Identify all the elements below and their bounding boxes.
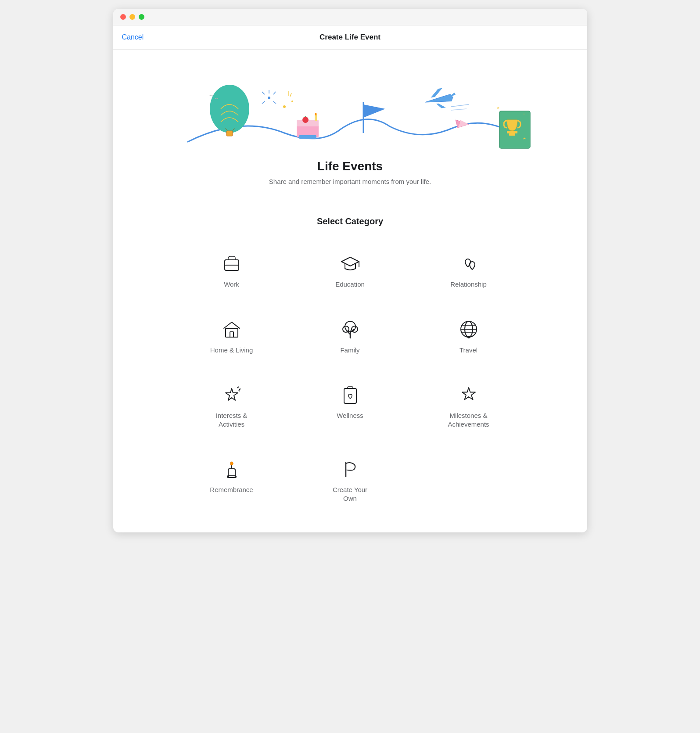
svg-rect-24: [507, 131, 517, 133]
category-relationship[interactable]: Relationship: [412, 240, 526, 301]
category-relationship-label: Relationship: [450, 280, 487, 289]
header-bar: Cancel Create Life Event: [113, 25, 587, 50]
svg-point-17: [302, 117, 309, 123]
svg-rect-1: [226, 131, 233, 136]
category-education-label: Education: [335, 280, 365, 289]
svg-line-48: [239, 390, 240, 391]
category-milestones[interactable]: Milestones & Achievements: [412, 371, 526, 441]
svg-line-7: [273, 101, 276, 104]
svg-marker-45: [226, 388, 238, 400]
titlebar: [113, 9, 587, 25]
category-travel[interactable]: Travel: [412, 305, 526, 367]
app-window: Cancel Create Life Event: [113, 9, 587, 532]
traffic-lights: [120, 14, 144, 20]
select-title: Select Category: [131, 216, 570, 226]
category-grid: Work Education: [175, 240, 526, 515]
hero-subtitle: Share and remember important moments fro…: [131, 178, 570, 185]
minimize-button[interactable]: [129, 14, 135, 20]
svg-line-21: [451, 104, 469, 107]
flag-icon: [339, 457, 362, 480]
hero-illustration: [131, 63, 570, 151]
house-icon: [220, 318, 243, 341]
hero-title: Life Events: [131, 159, 570, 173]
svg-point-4: [268, 97, 270, 99]
category-home-living[interactable]: Home & Living: [175, 305, 289, 367]
select-section: Select Category Work: [113, 203, 587, 532]
svg-point-19: [315, 113, 316, 115]
category-create-own[interactable]: Create Your Own: [293, 445, 407, 515]
svg-rect-16: [299, 135, 316, 139]
svg-line-13: [290, 93, 291, 97]
svg-marker-28: [341, 257, 359, 266]
category-interests[interactable]: Interests & Activities: [175, 371, 289, 441]
page-title: Create Life Event: [319, 33, 381, 42]
svg-line-9: [262, 92, 265, 94]
category-wellness[interactable]: Wellness: [293, 371, 407, 441]
svg-rect-18: [315, 115, 317, 121]
svg-line-22: [451, 109, 467, 110]
category-remembrance[interactable]: Remembrance: [175, 445, 289, 515]
briefcase-icon: [220, 252, 243, 275]
svg-point-11: [291, 101, 293, 102]
svg-line-8: [262, 101, 265, 104]
category-education[interactable]: Education: [293, 240, 407, 301]
category-remembrance-label: Remembrance: [210, 485, 253, 494]
svg-point-10: [283, 105, 286, 108]
svg-line-6: [273, 92, 276, 94]
category-create-own-label: Create Your Own: [333, 485, 367, 503]
svg-marker-52: [462, 388, 475, 400]
cancel-button[interactable]: Cancel: [122, 32, 144, 43]
star-sparkle-icon: [220, 383, 243, 406]
svg-point-0: [210, 85, 249, 133]
svg-point-49: [237, 387, 238, 388]
candle-icon: [220, 457, 243, 480]
category-family-label: Family: [340, 346, 359, 355]
category-work-label: Work: [224, 280, 239, 289]
tree-icon: [339, 318, 362, 341]
close-button[interactable]: [120, 14, 126, 20]
hero-section: Life Events Share and remember important…: [113, 50, 587, 203]
category-home-living-label: Home & Living: [210, 346, 253, 355]
graduation-icon: [339, 252, 362, 275]
svg-point-44: [467, 336, 470, 338]
svg-point-56: [230, 462, 233, 465]
star-icon: [457, 383, 480, 406]
svg-rect-51: [344, 388, 356, 403]
globe-icon: [457, 318, 480, 341]
category-family[interactable]: Family: [293, 305, 407, 367]
hearts-icon: [457, 252, 480, 275]
svg-point-50: [239, 389, 240, 390]
clipboard-heart-icon: [339, 383, 362, 406]
svg-rect-25: [509, 133, 515, 136]
svg-rect-30: [226, 328, 238, 337]
maximize-button[interactable]: [139, 14, 144, 20]
category-work[interactable]: Work: [175, 240, 289, 301]
svg-rect-31: [230, 332, 233, 337]
category-interests-label: Interests & Activities: [216, 411, 248, 428]
category-wellness-label: Wellness: [337, 411, 363, 420]
category-milestones-label: Milestones & Achievements: [448, 411, 489, 428]
category-travel-label: Travel: [459, 346, 477, 355]
